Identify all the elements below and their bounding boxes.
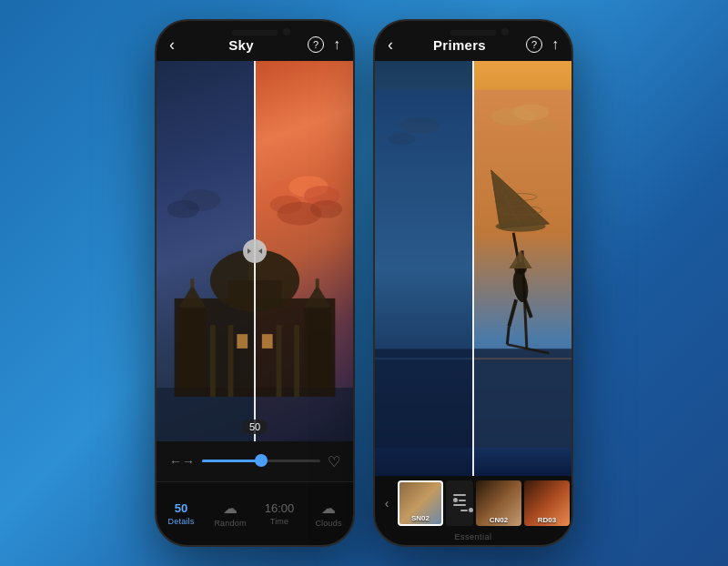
split-handle-left[interactable] (243, 239, 267, 263)
photo-area-left: 50 (157, 61, 353, 441)
slider-fill (202, 460, 261, 462)
split-line-right (472, 61, 474, 476)
cloud-icon-clouds: ☁ (321, 500, 336, 517)
phone-speaker-left (232, 30, 278, 35)
back-button-right[interactable]: ‹ (388, 35, 393, 55)
arrow-left-icon[interactable]: ← (169, 454, 182, 469)
top-bar-right: ‹ Primers ? ↑ (375, 21, 571, 61)
phone-camera-left (283, 28, 290, 35)
thumb-cn02[interactable]: CN02 (476, 480, 521, 526)
svg-rect-10 (304, 308, 330, 388)
svg-rect-15 (277, 325, 282, 397)
slider-thumb[interactable] (255, 454, 268, 467)
svg-rect-33 (375, 358, 473, 359)
nav-value-time: 16:00 (265, 501, 295, 515)
svg-point-54 (531, 119, 558, 132)
nav-item-clouds[interactable]: ☁ Clouds (304, 482, 353, 545)
title-right: Primers (433, 37, 486, 53)
photo-area-right (375, 61, 571, 476)
help-icon-right[interactable]: ? (526, 36, 542, 53)
left-arrow-icon: ‹ (385, 496, 389, 510)
heart-icon[interactable]: ♡ (328, 453, 340, 470)
thumb-sn02[interactable]: SN02 (398, 480, 443, 526)
svg-point-26 (167, 200, 199, 218)
adjust-line-1 (453, 494, 466, 496)
thumbnail-section: ‹ SN02 (375, 476, 571, 545)
svg-marker-8 (179, 285, 206, 308)
help-icon-left[interactable]: ? (308, 36, 324, 53)
nav-label-time: Time (270, 517, 288, 526)
bottom-nav-left: 50 Details ☁ Random 16:00 Time ☁ Clouds (157, 481, 353, 545)
thumb-rd03[interactable]: RD03 (524, 480, 570, 526)
nav-item-details[interactable]: 50 Details (157, 482, 206, 545)
svg-rect-12 (316, 278, 319, 288)
svg-point-24 (310, 200, 342, 218)
adjust-line-3 (453, 504, 466, 506)
svg-rect-17 (237, 334, 248, 349)
cloud-icon-random: ☁ (223, 500, 238, 517)
title-left: Sky (228, 37, 254, 53)
svg-rect-32 (473, 349, 571, 447)
top-bar-left: ‹ Sky ? ↑ (157, 21, 353, 61)
phone-camera-right (501, 28, 509, 35)
svg-rect-34 (473, 358, 571, 359)
svg-rect-9 (190, 278, 194, 288)
thumb-label-rd03: RD03 (524, 516, 570, 524)
nav-label-clouds: Clouds (315, 519, 341, 528)
nav-label-details: Details (168, 517, 195, 526)
svg-marker-28 (258, 248, 262, 254)
svg-marker-27 (248, 248, 251, 254)
svg-point-53 (513, 104, 549, 120)
svg-marker-11 (304, 285, 330, 308)
adjust-line-2 (459, 500, 466, 501)
svg-rect-13 (210, 325, 216, 397)
svg-point-42 (496, 221, 546, 232)
arrow-right-icon[interactable]: → (182, 454, 195, 469)
nav-label-random: Random (214, 519, 246, 528)
phone-right: ‹ Primers ? ↑ (373, 19, 573, 547)
bottom-controls-left: ← → ♡ (157, 441, 353, 481)
adjust-line-4 (460, 510, 468, 511)
thumbnail-strip: ‹ SN02 (375, 476, 571, 531)
nav-item-random[interactable]: ☁ Random (206, 482, 255, 545)
slider-track (202, 460, 320, 462)
phones-container: ‹ Sky ? ↑ (155, 19, 573, 547)
svg-rect-16 (294, 325, 299, 397)
svg-rect-18 (262, 334, 273, 349)
slider-container[interactable] (202, 460, 320, 463)
thumb-label-sn02: SN02 (399, 514, 441, 522)
svg-rect-14 (228, 325, 234, 397)
nav-value-details: 50 (175, 501, 187, 515)
thumb-label-cn02: CN02 (476, 516, 521, 524)
adjust-dot-2 (469, 508, 473, 512)
svg-rect-7 (179, 308, 206, 388)
nav-item-time[interactable]: 16:00 Time (255, 482, 304, 545)
thumb-left-arrow[interactable]: ‹ (379, 480, 395, 526)
adjust-dot (453, 498, 458, 502)
split-value-badge: 50 (242, 419, 268, 434)
phone-speaker-right (450, 30, 496, 35)
phone-left: ‹ Sky ? ↑ (155, 19, 355, 547)
svg-point-56 (389, 133, 415, 146)
svg-point-55 (399, 117, 439, 134)
share-icon-right[interactable]: ↑ (551, 36, 559, 53)
essential-label: Essential (375, 531, 571, 545)
share-icon-left[interactable]: ↑ (333, 36, 340, 53)
back-button-left[interactable]: ‹ (169, 35, 175, 55)
thumb-adjust[interactable] (446, 480, 473, 526)
svg-line-39 (507, 327, 509, 345)
